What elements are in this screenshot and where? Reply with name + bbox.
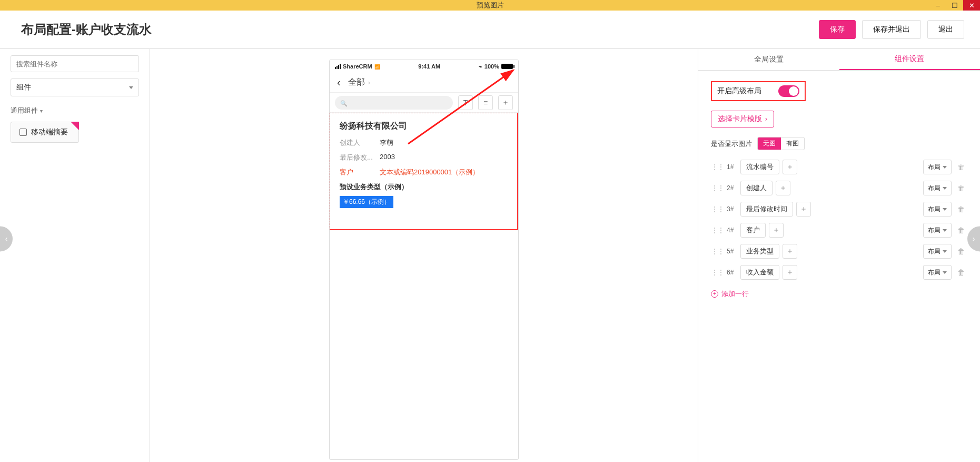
right-panel: 全局设置 组件设置 开启高级布局 选择卡片模版 › 是否显示图片 无图 有图 ⋮… <box>698 49 980 462</box>
field-label: 创建人 <box>340 138 380 148</box>
preview-card[interactable]: 纷扬科技有限公司 创建人 李萌 最后修改... 2003 客户 文本或编码201… <box>330 113 518 230</box>
phone-nav-title[interactable]: 全部 <box>348 77 365 88</box>
battery-percent: 100% <box>484 63 499 70</box>
add-field-button[interactable]: ＋ <box>783 265 797 280</box>
drag-handle-icon[interactable]: ⋮⋮ <box>711 226 724 234</box>
delete-row-button[interactable]: 🗑 <box>955 163 967 171</box>
exit-button[interactable]: 退出 <box>927 20 964 39</box>
row-index: 4# <box>727 227 737 234</box>
preview-panel: ShareCRM 9:41 AM ⌁ 100% ‹ 全部 › <box>150 49 698 462</box>
add-field-button[interactable]: ＋ <box>796 202 811 217</box>
tab-component[interactable]: 组件设置 <box>839 49 981 70</box>
component-search-input[interactable] <box>11 55 139 72</box>
close-button[interactable]: ✕ <box>963 0 980 11</box>
tab-global[interactable]: 全局设置 <box>698 49 839 70</box>
add-field-button[interactable]: ＋ <box>783 244 797 259</box>
chevron-down-icon <box>943 187 947 190</box>
delete-row-button[interactable]: 🗑 <box>955 247 967 255</box>
add-icon[interactable]: ＋ <box>498 95 513 110</box>
component-chip-mobile-summary[interactable]: 移动端摘要 <box>11 122 79 143</box>
add-field-button[interactable]: ＋ <box>776 181 790 195</box>
window-controls: – ☐ ✕ <box>929 0 980 11</box>
row-index: 1# <box>727 163 737 171</box>
delete-row-button[interactable]: 🗑 <box>955 205 967 213</box>
phone-time: 9:41 AM <box>418 63 440 70</box>
wifi-icon <box>374 63 380 70</box>
save-button[interactable]: 保存 <box>819 20 856 39</box>
row-layout-dropdown[interactable]: 布局 <box>923 265 952 280</box>
chevron-down-icon <box>943 250 947 253</box>
chevron-down-icon <box>943 229 947 232</box>
chevron-down-icon <box>943 271 947 274</box>
row-index: 2# <box>727 184 737 192</box>
delete-row-button[interactable]: 🗑 <box>955 226 967 234</box>
chevron-down-icon <box>943 166 947 169</box>
advanced-layout-toggle-row: 开启高级布局 <box>711 81 806 101</box>
field-row: ⋮⋮4#客户＋布局🗑 <box>711 223 967 238</box>
add-row-button[interactable]: + 添加一行 <box>711 289 967 299</box>
segment-with-image[interactable]: 有图 <box>781 137 804 150</box>
row-layout-dropdown[interactable]: 布局 <box>923 223 952 238</box>
field-rows: ⋮⋮1#流水编号＋布局🗑⋮⋮2#创建人＋布局🗑⋮⋮3#最后修改时间＋布局🗑⋮⋮4… <box>711 160 967 280</box>
component-category-dropdown[interactable]: 组件 <box>11 78 139 96</box>
field-tag[interactable]: 流水编号 <box>740 160 779 174</box>
chip-label: 移动端摘要 <box>31 127 68 137</box>
advanced-layout-toggle[interactable] <box>778 85 799 97</box>
left-panel: 组件 通用组件 ▾ 移动端摘要 <box>0 49 150 462</box>
minimize-button[interactable]: – <box>929 0 946 11</box>
choose-template-button[interactable]: 选择卡片模版 › <box>711 111 774 127</box>
search-icon <box>340 99 348 107</box>
biz-type-label: 预设业务类型（示例） <box>340 182 508 192</box>
field-tag[interactable]: 收入金额 <box>740 265 779 280</box>
field-value: 2003 <box>380 153 395 162</box>
show-image-row: 是否显示图片 无图 有图 <box>711 137 967 150</box>
signal-icon <box>335 64 341 69</box>
field-tag[interactable]: 客户 <box>740 223 766 238</box>
row-layout-dropdown[interactable]: 布局 <box>923 160 952 174</box>
carrier-label: ShareCRM <box>343 63 372 70</box>
field-tag[interactable]: 创建人 <box>740 181 773 195</box>
row-index: 6# <box>727 269 737 276</box>
segment-no-image[interactable]: 无图 <box>758 137 781 150</box>
plus-circle-icon: + <box>711 290 718 298</box>
drag-handle-icon[interactable]: ⋮⋮ <box>711 247 724 255</box>
field-label: 最后修改... <box>340 153 380 162</box>
field-tag[interactable]: 最后修改时间 <box>740 202 793 217</box>
sort-icon[interactable]: ≡ <box>478 95 493 110</box>
chevron-right-icon: › <box>368 79 370 86</box>
card-title: 纷扬科技有限公司 <box>340 121 508 132</box>
drag-handle-icon[interactable]: ⋮⋮ <box>711 268 724 277</box>
field-row: ⋮⋮6#收入金额＋布局🗑 <box>711 265 967 280</box>
window-titlebar: 预览图片 – ☐ ✕ <box>0 0 980 11</box>
row-index: 5# <box>727 248 737 255</box>
summary-icon <box>19 129 27 136</box>
filter-icon[interactable]: T <box>458 95 473 110</box>
row-layout-dropdown[interactable]: 布局 <box>923 181 952 195</box>
phone-search-input[interactable] <box>335 96 453 110</box>
row-layout-dropdown[interactable]: 布局 <box>923 244 952 259</box>
phone-preview: ShareCRM 9:41 AM ⌁ 100% ‹ 全部 › <box>329 60 519 460</box>
row-layout-dropdown[interactable]: 布局 <box>923 202 952 217</box>
field-label: 客户 <box>340 168 380 177</box>
drag-handle-icon[interactable]: ⋮⋮ <box>711 163 724 171</box>
field-row: ⋮⋮3#最后修改时间＋布局🗑 <box>711 202 967 217</box>
field-row: ⋮⋮2#创建人＋布局🗑 <box>711 181 967 195</box>
save-exit-button[interactable]: 保存并退出 <box>862 20 921 39</box>
maximize-button[interactable]: ☐ <box>946 0 963 11</box>
field-tag[interactable]: 业务类型 <box>740 244 779 259</box>
add-field-button[interactable]: ＋ <box>769 223 784 238</box>
delete-row-button[interactable]: 🗑 <box>955 268 967 277</box>
back-icon[interactable]: ‹ <box>337 76 341 89</box>
chevron-right-icon: › <box>765 115 767 123</box>
add-field-button[interactable]: ＋ <box>783 160 797 174</box>
amount-badge: ￥66.66（示例） <box>340 196 393 208</box>
selected-corner-icon <box>71 122 79 130</box>
field-row: ⋮⋮1#流水编号＋布局🗑 <box>711 160 967 174</box>
delete-row-button[interactable]: 🗑 <box>955 184 967 192</box>
chevron-down-icon <box>943 208 947 211</box>
drag-handle-icon[interactable]: ⋮⋮ <box>711 205 724 213</box>
drag-handle-icon[interactable]: ⋮⋮ <box>711 184 724 192</box>
show-image-label: 是否显示图片 <box>711 139 752 149</box>
phone-status-bar: ShareCRM 9:41 AM ⌁ 100% <box>330 60 518 73</box>
phone-navbar: ‹ 全部 › <box>330 73 518 93</box>
